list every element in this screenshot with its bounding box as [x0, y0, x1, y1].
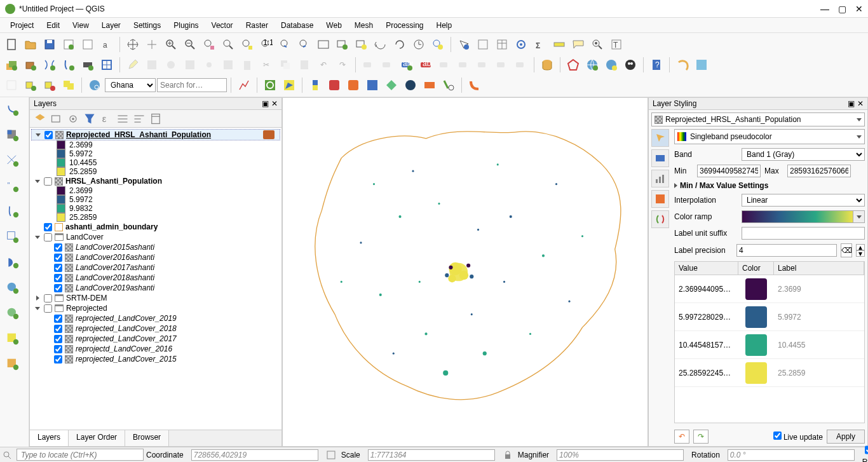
plugin-d-button[interactable]	[383, 76, 400, 94]
toggle-editing-button[interactable]	[124, 56, 142, 74]
menu-help[interactable]: Help	[431, 20, 458, 31]
map-canvas[interactable]	[282, 97, 648, 447]
new-spatialite-button[interactable]	[60, 56, 78, 74]
redo-style-button[interactable]: ↷	[693, 430, 709, 444]
zoom-out-button[interactable]	[181, 36, 199, 53]
max-input[interactable]	[787, 165, 851, 177]
new-shapefile-button[interactable]	[41, 56, 58, 74]
layer-collapse-button[interactable]	[132, 111, 147, 126]
expand-icon[interactable]	[34, 177, 41, 185]
layer-visibility-checkbox[interactable]	[44, 177, 52, 186]
zoom-layer-button[interactable]: 1:1	[257, 36, 275, 53]
layer-visibility-checkbox[interactable]	[54, 254, 62, 262]
menu-mesh[interactable]: Mesh	[349, 20, 378, 31]
topology-button[interactable]	[564, 56, 582, 74]
layer-lc-2016[interactable]: LandCover2016ashanti	[31, 252, 280, 262]
tool3-3[interactable]	[41, 76, 58, 94]
plugin-e-button[interactable]	[402, 76, 419, 94]
vertex-tool-button[interactable]	[200, 56, 218, 74]
layers-tree[interactable]: Reprojected_HRSL_Ashanti_Population 2.36…	[29, 128, 282, 430]
add-wcs-button[interactable]	[1, 327, 24, 350]
attribute-table-button[interactable]	[493, 36, 511, 53]
new-print-layout-button[interactable]	[60, 36, 78, 53]
open-project-button[interactable]	[22, 36, 39, 53]
add-wms-button[interactable]	[1, 276, 24, 299]
refresh-button[interactable]	[391, 36, 409, 53]
plugin2-button[interactable]	[693, 56, 710, 74]
layer-expression-button[interactable]: ε	[98, 111, 114, 126]
qms-button[interactable]	[621, 56, 639, 74]
layer-lc-2015[interactable]: LandCover2015ashanti	[31, 242, 280, 252]
layer-visibility-checkbox[interactable]	[54, 284, 62, 292]
modify-attrs-button[interactable]	[219, 56, 237, 74]
layer-add-group-button[interactable]	[49, 111, 64, 126]
tab-history[interactable]	[651, 210, 669, 228]
menu-layer[interactable]: Layer	[97, 20, 126, 31]
add-mesh-button[interactable]	[1, 149, 24, 172]
plugin-a-button[interactable]	[325, 76, 343, 94]
plugin-h-button[interactable]	[466, 76, 484, 94]
layer-visibility-checkbox[interactable]	[54, 243, 62, 252]
cut-button[interactable]: ✂	[257, 56, 275, 74]
db-manager-button[interactable]	[538, 56, 556, 74]
layer-visibility-checkbox[interactable]	[44, 304, 52, 313]
add-delimited-button[interactable]: "	[1, 175, 24, 198]
plugin-g-button[interactable]	[440, 76, 458, 94]
style-manager-button[interactable]: a	[98, 36, 116, 53]
menu-processing[interactable]: Processing	[381, 20, 428, 31]
layers-panel-close-button[interactable]: ✕	[271, 99, 278, 108]
add-wfs-button[interactable]	[1, 302, 24, 325]
python-button[interactable]	[306, 76, 324, 94]
tab-layer-order[interactable]: Layer Order	[69, 430, 125, 446]
plugin-c-button[interactable]	[363, 76, 381, 94]
semi-auto-class-button[interactable]	[261, 76, 279, 94]
statistics-button[interactable]: Σ	[531, 36, 549, 53]
lock-icon[interactable]	[503, 450, 513, 460]
tool3-4[interactable]	[60, 76, 78, 94]
layer-visibility-checkbox[interactable]	[54, 355, 62, 363]
add-spatialite-button[interactable]	[1, 200, 24, 223]
zoom-last-button[interactable]	[276, 36, 294, 53]
close-window-button[interactable]: ✕	[855, 4, 863, 14]
new-virtual-button[interactable]	[98, 56, 116, 74]
tool3-1[interactable]	[3, 76, 20, 94]
label-toolbar6-button[interactable]	[493, 56, 511, 74]
render-type-select[interactable]: Singleband pseudocolor	[674, 129, 865, 144]
zoom-selection-button[interactable]	[238, 36, 256, 53]
zoom-full-button[interactable]	[219, 36, 237, 53]
zoom-in-button[interactable]	[162, 36, 180, 53]
temporal-nav-button[interactable]	[429, 36, 447, 53]
menu-settings[interactable]: Settings	[128, 20, 166, 31]
add-vector-button[interactable]	[1, 99, 24, 121]
redo-button[interactable]: ↷	[334, 56, 351, 74]
new-map-view-button[interactable]	[315, 36, 332, 53]
new-memory-button[interactable]	[79, 56, 97, 74]
layer-visibility-checkbox[interactable]	[44, 233, 52, 241]
min-input[interactable]	[697, 165, 761, 177]
label-toolbar2-button[interactable]: abc	[417, 56, 435, 74]
menu-plugins[interactable]: Plugins	[168, 20, 203, 31]
layer-visibility-checkbox[interactable]	[44, 223, 52, 231]
temporal-controller-button[interactable]	[410, 36, 428, 53]
expand-icon[interactable]	[34, 131, 42, 139]
delete-button[interactable]	[238, 56, 256, 74]
identify-button[interactable]	[455, 36, 473, 53]
temporal-button[interactable]	[372, 36, 390, 53]
tab-browser[interactable]: Browser	[125, 430, 169, 446]
locator-input[interactable]	[17, 449, 144, 461]
color-swatch[interactable]	[745, 362, 767, 384]
plugin-f-button[interactable]	[421, 76, 438, 94]
menu-project[interactable]: Project	[5, 20, 39, 31]
layer-reprojected-hrsl[interactable]: Reprojected_HRSL_Ashanti_Population	[31, 129, 280, 140]
undo-button[interactable]: ↶	[315, 56, 332, 74]
tab-layers[interactable]: Layers	[30, 430, 69, 446]
layer-filter-legend-button[interactable]	[82, 111, 97, 126]
styling-layer-selector[interactable]: Reprojected_HRSL_Ashanti_Population	[651, 112, 865, 126]
styling-close-button[interactable]: ✕	[857, 99, 864, 108]
pan-button[interactable]	[124, 36, 142, 53]
label-tool1-button[interactable]	[360, 56, 377, 74]
precision-down-button[interactable]: ▾	[856, 250, 865, 257]
graph-button[interactable]	[235, 76, 253, 94]
styling-undock-button[interactable]: ▣	[848, 99, 855, 108]
layer-visibility-checkbox[interactable]	[44, 294, 52, 302]
